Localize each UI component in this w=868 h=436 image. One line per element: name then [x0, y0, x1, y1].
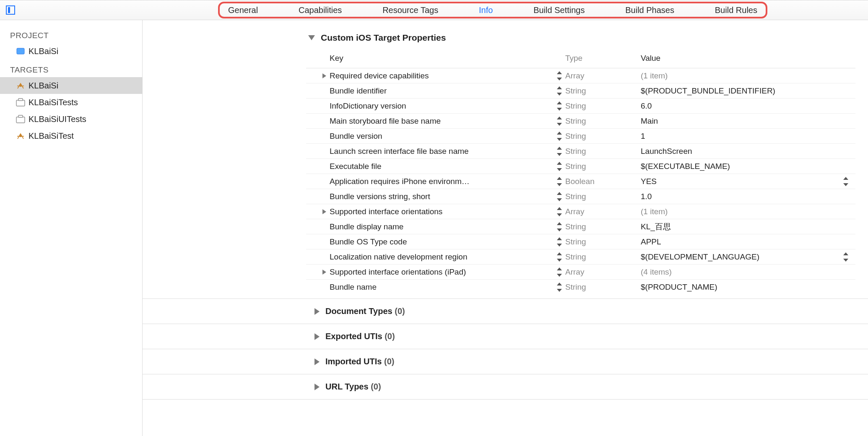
- plist-key-cell[interactable]: Bundle display name: [330, 222, 565, 231]
- panel-toggle-icon[interactable]: [6, 5, 15, 15]
- plist-row[interactable]: Executable fileString$(EXECUTABLE_NAME): [306, 158, 855, 174]
- disclosure-triangle-icon[interactable]: [314, 384, 320, 390]
- plist-value-cell[interactable]: YES: [641, 177, 833, 186]
- sidebar-target-item[interactable]: KLBaiSi: [0, 77, 142, 94]
- plist-type-cell[interactable]: String: [565, 86, 641, 96]
- plist-value-cell[interactable]: $(DEVELOPMENT_LANGUAGE): [641, 252, 833, 262]
- plist-row[interactable]: Required device capabilitiesArray(1 item…: [306, 68, 855, 83]
- tab-build-settings[interactable]: Build Settings: [533, 5, 585, 15]
- plist-type-cell[interactable]: String: [565, 162, 641, 171]
- plist-value-cell[interactable]: KL_百思: [641, 221, 833, 232]
- plist-value-cell[interactable]: $(PRODUCT_BUNDLE_IDENTIFIER): [641, 86, 833, 96]
- plist-key-cell[interactable]: Bundle versions string, short: [330, 192, 565, 201]
- plist-type-cell[interactable]: Array: [565, 71, 641, 80]
- plist-value-cell[interactable]: LaunchScreen: [641, 147, 833, 156]
- key-stepper-icon[interactable]: [556, 192, 563, 201]
- key-stepper-icon[interactable]: [556, 252, 563, 262]
- key-stepper-icon[interactable]: [556, 147, 563, 156]
- row-disclosure[interactable]: [306, 209, 330, 214]
- section-header[interactable]: URL Types (0): [143, 374, 868, 399]
- plist-value-cell[interactable]: $(PRODUCT_NAME): [641, 283, 833, 292]
- disclosure-triangle-icon[interactable]: [314, 333, 320, 340]
- plist-key-cell[interactable]: Application requires iPhone environm…: [330, 177, 565, 186]
- plist-type-cell[interactable]: String: [565, 192, 641, 201]
- key-stepper-icon[interactable]: [556, 283, 563, 292]
- key-stepper-icon[interactable]: [556, 101, 563, 111]
- plist-row[interactable]: Bundle OS Type codeStringAPPL: [306, 234, 855, 249]
- plist-type-cell[interactable]: String: [565, 117, 641, 126]
- section-header[interactable]: Exported UTIs (0): [143, 324, 868, 349]
- key-stepper-icon[interactable]: [556, 86, 563, 96]
- tab-build-rules[interactable]: Build Rules: [715, 5, 757, 15]
- plist-type-cell[interactable]: String: [565, 101, 641, 111]
- plist-value-cell[interactable]: 1.0: [641, 192, 833, 201]
- key-stepper-icon[interactable]: [556, 207, 563, 216]
- tab-build-phases[interactable]: Build Phases: [625, 5, 674, 15]
- plist-row[interactable]: Bundle versionString1: [306, 128, 855, 143]
- plist-type-cell[interactable]: String: [565, 252, 641, 262]
- plist-row[interactable]: Bundle display nameStringKL_百思: [306, 219, 855, 234]
- row-disclosure[interactable]: [306, 73, 330, 78]
- sidebar-project-item[interactable]: KLBaiSi: [0, 43, 142, 60]
- plist-key-cell[interactable]: Localization native development region: [330, 252, 565, 262]
- value-stepper-icon[interactable]: [842, 177, 849, 186]
- plist-key-cell[interactable]: Bundle identifier: [330, 86, 565, 96]
- plist-key-cell[interactable]: Executable file: [330, 162, 565, 171]
- plist-key-cell[interactable]: Launch screen interface file base name: [330, 147, 565, 156]
- tab-capabilities[interactable]: Capabilities: [299, 5, 342, 15]
- plist-row[interactable]: InfoDictionary versionString6.0: [306, 98, 855, 113]
- key-stepper-icon[interactable]: [556, 162, 563, 171]
- plist-row[interactable]: Bundle identifierString$(PRODUCT_BUNDLE_…: [306, 83, 855, 98]
- plist-key-cell[interactable]: Bundle version: [330, 132, 565, 141]
- plist-value-cell[interactable]: (4 items): [641, 267, 833, 277]
- plist-value-cell[interactable]: $(EXECUTABLE_NAME): [641, 162, 833, 171]
- plist-row[interactable]: Launch screen interface file base nameSt…: [306, 143, 855, 158]
- plist-key-cell[interactable]: Supported interface orientations: [330, 207, 565, 216]
- plist-value-cell[interactable]: Main: [641, 117, 833, 126]
- section-header[interactable]: Imported UTIs (0): [143, 349, 868, 374]
- plist-value-cell[interactable]: (1 item): [641, 71, 833, 80]
- plist-row[interactable]: Supported interface orientationsArray(1 …: [306, 204, 855, 219]
- key-stepper-icon[interactable]: [556, 71, 563, 80]
- plist-row[interactable]: Supported interface orientations (iPad)A…: [306, 264, 855, 279]
- plist-key-cell[interactable]: Main storyboard file base name: [330, 117, 565, 126]
- sidebar-target-item[interactable]: KLBaiSiTest: [0, 127, 142, 144]
- plist-value-cell[interactable]: 6.0: [641, 101, 833, 111]
- plist-type-cell[interactable]: String: [565, 283, 641, 292]
- plist-type-cell[interactable]: String: [565, 222, 641, 231]
- tab-resource-tags[interactable]: Resource Tags: [382, 5, 438, 15]
- row-disclosure[interactable]: [306, 270, 330, 275]
- plist-key-cell[interactable]: Required device capabilities: [330, 71, 565, 80]
- plist-type-cell[interactable]: String: [565, 132, 641, 141]
- key-stepper-icon[interactable]: [556, 267, 563, 277]
- plist-key-cell[interactable]: Supported interface orientations (iPad): [330, 267, 565, 277]
- plist-row[interactable]: Bundle versions string, shortString1.0: [306, 189, 855, 204]
- key-stepper-icon[interactable]: [556, 222, 563, 231]
- sidebar-target-item[interactable]: KLBaiSiUITests: [0, 111, 142, 127]
- disclosure-triangle-icon[interactable]: [308, 35, 315, 40]
- key-stepper-icon[interactable]: [556, 177, 563, 186]
- plist-type-cell[interactable]: String: [565, 147, 641, 156]
- tab-general[interactable]: General: [228, 5, 258, 15]
- section-header[interactable]: Document Types (0): [143, 299, 868, 324]
- plist-key-cell[interactable]: Bundle name: [330, 283, 565, 292]
- plist-row[interactable]: Application requires iPhone environm…Boo…: [306, 174, 855, 189]
- value-stepper-icon[interactable]: [842, 252, 849, 262]
- plist-value-cell[interactable]: 1: [641, 132, 833, 141]
- tab-info[interactable]: Info: [479, 5, 493, 15]
- plist-row[interactable]: Localization native development regionSt…: [306, 249, 855, 264]
- plist-type-cell[interactable]: Array: [565, 267, 641, 277]
- plist-row[interactable]: Main storyboard file base nameStringMain: [306, 113, 855, 128]
- key-stepper-icon[interactable]: [556, 117, 563, 126]
- plist-type-cell[interactable]: String: [565, 237, 641, 247]
- plist-key-cell[interactable]: Bundle OS Type code: [330, 237, 565, 247]
- plist-value-cell[interactable]: APPL: [641, 237, 833, 247]
- disclosure-triangle-icon[interactable]: [314, 358, 320, 365]
- plist-value-cell[interactable]: (1 item): [641, 207, 833, 216]
- plist-type-cell[interactable]: Array: [565, 207, 641, 216]
- disclosure-triangle-icon[interactable]: [314, 308, 320, 315]
- key-stepper-icon[interactable]: [556, 237, 563, 247]
- plist-type-cell[interactable]: Boolean: [565, 177, 641, 186]
- section-header-custom-properties[interactable]: Custom iOS Target Properties: [143, 20, 868, 50]
- plist-key-cell[interactable]: InfoDictionary version: [330, 101, 565, 111]
